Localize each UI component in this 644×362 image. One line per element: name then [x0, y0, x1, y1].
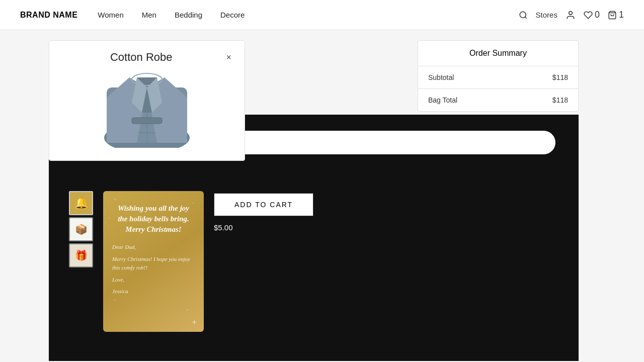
bag-total-row: Bag Total $118	[418, 89, 578, 111]
gift-signature: Jessica	[112, 287, 195, 296]
search-button[interactable]	[519, 11, 528, 20]
subtotal-label: Subtotal	[428, 73, 454, 81]
sparkle-3: ✦	[186, 308, 189, 312]
product-card-popup: Cotton Robe ×	[49, 40, 245, 161]
nav-item-men[interactable]: Men	[142, 9, 156, 21]
gift-card-heading: Wishing you all the joy the holiday bell…	[112, 203, 195, 235]
main-nav: Women Men Bedding Decore	[98, 9, 518, 21]
box-icon: 📦	[75, 223, 88, 235]
subtotal-value: $118	[552, 73, 568, 81]
header-icons: Stores 0 1	[519, 10, 624, 20]
product-card-header: Cotton Robe ×	[59, 51, 234, 64]
account-button[interactable]	[566, 10, 576, 20]
price-display: $5.00	[214, 223, 313, 232]
thumbnail-item-3[interactable]: 🎁	[69, 243, 93, 267]
robe-svg	[92, 72, 202, 148]
order-summary: Order Summary Subtotal $118 Bag Total $1…	[418, 40, 579, 112]
product-title: Cotton Robe	[110, 51, 173, 63]
svg-rect-17	[132, 118, 162, 124]
gift-card-body: Dear Dad, Merry Christmas! I hope you en…	[112, 243, 195, 296]
gift-salutation: Dear Dad,	[112, 243, 195, 252]
svg-line-1	[525, 17, 526, 18]
cart-count: 1	[619, 10, 624, 20]
add-to-cart-button[interactable]: ADD TO CART	[214, 193, 313, 216]
gift-message: Merry Christmas! I hope you enjoy this c…	[112, 255, 195, 273]
bells-icon: 🔔	[74, 197, 88, 210]
account-icon	[566, 10, 576, 20]
gift-sign-off: Love,	[112, 276, 195, 285]
cart-icon	[608, 11, 617, 20]
svg-point-2	[569, 11, 573, 15]
nav-item-decore[interactable]: Decore	[220, 9, 245, 21]
cart-button[interactable]: 1	[608, 10, 624, 20]
thumbnail-item-2[interactable]: 📦	[69, 217, 93, 241]
plus-icon: +	[192, 318, 197, 327]
brand-name: BRAND NAME	[20, 11, 77, 20]
sparkle-4: ✦	[108, 216, 110, 219]
thumbnail-list: 🔔 📦 🎁	[69, 191, 93, 267]
main-area: Cotton Robe ×	[0, 30, 644, 362]
nav-item-bedding[interactable]: Bedding	[175, 9, 202, 21]
wishlist-count: 0	[595, 10, 600, 20]
gift-card-area: 🔔 📦 🎁 ✦ ✦ ✦ ✦ ✦ Wishing you all the joy …	[49, 171, 579, 362]
search-icon	[519, 11, 528, 20]
close-button[interactable]: ×	[223, 51, 234, 64]
heart-icon	[584, 11, 593, 20]
product-image	[59, 70, 234, 150]
header: BRAND NAME Women Men Bedding Decore Stor…	[0, 0, 644, 30]
wishlist-button[interactable]: 0	[584, 10, 600, 20]
bag-total-label: Bag Total	[428, 96, 457, 104]
gift-icon: 🎁	[75, 249, 88, 261]
order-summary-title: Order Summary	[418, 41, 578, 66]
gift-card-display: ✦ ✦ ✦ ✦ ✦ Wishing you all the joy the ho…	[103, 191, 204, 332]
thumbnail-item-1[interactable]: 🔔	[69, 191, 93, 215]
sparkle-5: ✦	[113, 298, 116, 302]
bag-total-value: $118	[552, 96, 568, 104]
subtotal-row: Subtotal $118	[418, 66, 578, 89]
sparkle-1: ✦	[113, 197, 117, 202]
cart-actions: ADD TO CART $5.00	[214, 193, 313, 232]
svg-point-0	[520, 12, 526, 18]
nav-item-women[interactable]: Women	[98, 9, 123, 21]
stores-link[interactable]: Stores	[536, 11, 557, 19]
sparkle-2: ✦	[192, 201, 195, 205]
